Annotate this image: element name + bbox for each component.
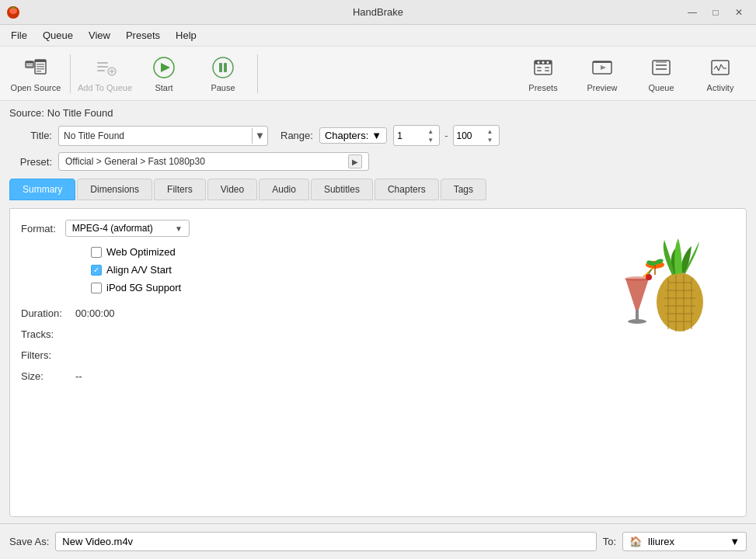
preset-row: Preset: Official > General > Fast 1080p3… bbox=[9, 152, 747, 171]
svg-rect-4 bbox=[26, 63, 33, 64]
svg-line-43 bbox=[719, 64, 721, 71]
web-optimized-checkbox[interactable] bbox=[91, 247, 102, 258]
svg-rect-11 bbox=[37, 68, 44, 70]
title-row: Title: No Title Found ▼ Range: Chapters:… bbox=[9, 125, 747, 146]
save-as-label: Save As: bbox=[9, 536, 49, 547]
svg-point-26 bbox=[538, 61, 540, 64]
format-arrow-icon: ▼ bbox=[175, 224, 183, 233]
tab-audio[interactable]: Audio bbox=[259, 179, 309, 200]
tab-content-summary: Format: MPEG-4 (avformat) ▼ Web Optimize… bbox=[9, 208, 747, 517]
open-source-label: Open Source bbox=[11, 83, 61, 92]
svg-rect-5 bbox=[26, 64, 33, 65]
to-label: To: bbox=[603, 536, 616, 547]
chapter-end-value[interactable] bbox=[457, 130, 480, 141]
tabs-bar: Summary Dimensions Filters Video Audio S… bbox=[9, 179, 747, 200]
queue-button[interactable]: Queue bbox=[633, 50, 689, 97]
svg-rect-10 bbox=[37, 66, 44, 68]
svg-point-28 bbox=[547, 61, 549, 64]
svg-rect-12 bbox=[37, 71, 41, 72]
minimize-button[interactable]: — bbox=[681, 3, 703, 22]
svg-point-1 bbox=[9, 8, 17, 14]
range-type-dropdown[interactable]: Chapters: ▼ bbox=[319, 127, 387, 144]
tab-tags[interactable]: Tags bbox=[441, 179, 486, 200]
save-as-input[interactable] bbox=[55, 532, 596, 551]
size-row: Size: -- bbox=[21, 370, 735, 382]
chapter-start-input[interactable]: ▲ ▼ bbox=[393, 125, 440, 146]
filters-row: Filters: bbox=[21, 349, 735, 361]
folder-icon: 🏠 bbox=[629, 536, 642, 547]
preset-expand-arrow[interactable]: ▶ bbox=[348, 155, 362, 168]
chapter-end-input[interactable]: ▲ ▼ bbox=[453, 125, 500, 146]
preset-dropdown[interactable]: Official > General > Fast 1080p30 ▶ bbox=[58, 152, 369, 171]
tab-summary[interactable]: Summary bbox=[9, 179, 75, 200]
chapter-end-down[interactable]: ▼ bbox=[485, 136, 496, 144]
start-label: Start bbox=[155, 83, 172, 92]
toolbar: Open Source Add To Queue Start bbox=[0, 47, 756, 101]
tab-video[interactable]: Video bbox=[207, 179, 257, 200]
chapter-start-down[interactable]: ▼ bbox=[425, 136, 436, 144]
range-type-value: Chapters: bbox=[325, 130, 368, 141]
folder-dropdown[interactable]: 🏠 lliurex ▼ bbox=[622, 532, 747, 551]
chapter-start-value[interactable] bbox=[397, 130, 420, 141]
ipod-checkbox[interactable] bbox=[91, 283, 102, 293]
title-dropdown[interactable]: No Title Found ▼ bbox=[58, 126, 268, 146]
chapter-start-up[interactable]: ▲ bbox=[425, 127, 436, 135]
open-source-icon bbox=[23, 55, 48, 80]
svg-rect-34 bbox=[593, 61, 611, 63]
toolbar-sep-1 bbox=[70, 54, 71, 93]
activity-button[interactable]: Activity bbox=[692, 50, 748, 97]
pause-button[interactable]: Pause bbox=[195, 50, 251, 97]
title-field-label: Title: bbox=[9, 130, 52, 141]
svg-point-21 bbox=[213, 57, 233, 78]
format-label: Format: bbox=[21, 223, 56, 234]
format-dropdown[interactable]: MPEG-4 (avformat) ▼ bbox=[65, 220, 190, 237]
titlebar: HandBrake — □ ✕ bbox=[0, 0, 756, 25]
preset-value: Official > General > Fast 1080p30 bbox=[65, 156, 205, 167]
menu-file[interactable]: File bbox=[3, 26, 35, 44]
chapter-end-up[interactable]: ▲ bbox=[485, 127, 496, 135]
presets-button[interactable]: Presets bbox=[515, 50, 571, 97]
presets-icon bbox=[531, 55, 556, 80]
maximize-button[interactable]: □ bbox=[705, 3, 726, 22]
pause-icon bbox=[211, 55, 235, 80]
duration-label: Duration: bbox=[21, 307, 75, 319]
start-icon bbox=[152, 55, 176, 80]
svg-line-42 bbox=[716, 66, 719, 71]
activity-label: Activity bbox=[707, 83, 734, 92]
folder-value: lliurex bbox=[648, 536, 674, 547]
close-button[interactable]: ✕ bbox=[728, 3, 750, 22]
window-controls: — □ ✕ bbox=[681, 3, 750, 22]
svg-rect-22 bbox=[219, 63, 222, 72]
align-av-checkbox[interactable] bbox=[91, 265, 102, 276]
svg-marker-35 bbox=[601, 65, 606, 70]
svg-rect-6 bbox=[26, 66, 33, 67]
size-label: Size: bbox=[21, 370, 75, 382]
open-source-button[interactable]: Open Source bbox=[8, 50, 64, 97]
start-button[interactable]: Start bbox=[136, 50, 192, 97]
svg-rect-15 bbox=[97, 70, 105, 71]
chapter-dash: - bbox=[444, 130, 448, 141]
tab-chapters[interactable]: Chapters bbox=[375, 179, 439, 200]
menu-queue[interactable]: Queue bbox=[35, 26, 81, 44]
tab-dimensions[interactable]: Dimensions bbox=[77, 179, 152, 200]
preset-label: Preset: bbox=[9, 156, 52, 168]
add-to-queue-button[interactable]: Add To Queue bbox=[77, 50, 133, 97]
queue-label: Queue bbox=[648, 83, 674, 92]
svg-rect-31 bbox=[545, 67, 549, 68]
chapter-start-spinners: ▲ ▼ bbox=[425, 127, 436, 144]
chapter-end-spinners: ▲ ▼ bbox=[485, 127, 496, 144]
menu-help[interactable]: Help bbox=[168, 26, 204, 44]
menu-presets[interactable]: Presets bbox=[118, 26, 168, 44]
toolbar-sep-2 bbox=[257, 54, 258, 93]
svg-rect-36 bbox=[653, 61, 670, 75]
preview-button[interactable]: Preview bbox=[574, 50, 630, 97]
source-row: Source: No Title Found bbox=[9, 107, 747, 119]
svg-line-41 bbox=[714, 66, 716, 69]
filters-label: Filters: bbox=[21, 349, 75, 361]
menu-view[interactable]: View bbox=[81, 26, 118, 44]
svg-rect-30 bbox=[537, 70, 542, 71]
toolbar-right: Presets Preview bbox=[515, 50, 748, 97]
svg-rect-32 bbox=[545, 70, 549, 71]
tab-subtitles[interactable]: Subtitles bbox=[311, 179, 373, 200]
tab-filters[interactable]: Filters bbox=[154, 179, 206, 200]
